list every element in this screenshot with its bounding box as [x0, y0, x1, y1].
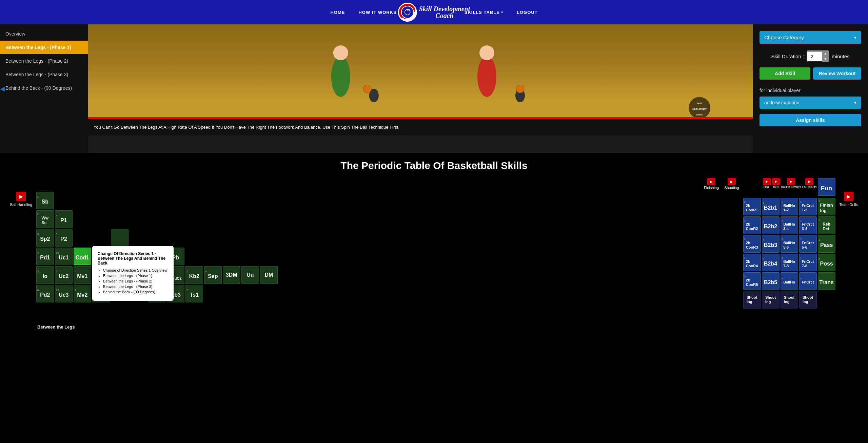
assign-skills-button[interactable]: Assign skills	[760, 114, 861, 126]
rg-fncrct34[interactable]: 2FnCrct3-4	[799, 216, 817, 234]
add-skill-button[interactable]: Add Skill	[760, 67, 810, 80]
cell-empty-r3c3	[74, 229, 91, 247]
rg-finishing[interactable]: 2FinishIng	[818, 198, 835, 215]
cell-cod1[interactable]: 1Cod1	[74, 248, 91, 265]
rg-ballhn78[interactable]: 4BallHn7-8	[781, 254, 798, 271]
skill-duration-unit: minutes	[832, 54, 850, 59]
cell-empty-r3c7	[148, 229, 166, 247]
cell-wwsc[interactable]: 2WwSc	[36, 210, 54, 228]
cell-uc2[interactable]: 11Uc2	[55, 266, 73, 284]
b2b-icon[interactable]: ▶	[772, 178, 780, 185]
tooltip-item-2[interactable]: Between the Legs - (Phase 2)	[103, 279, 168, 283]
ballhn-icon[interactable]: ▶	[787, 178, 795, 185]
navbar: HOME HOW IT WORKS SKILLS TABLE ▾ LOGOUT …	[0, 0, 868, 24]
tooltip-popup: Change Of Direction Series 1 - Between T…	[92, 246, 174, 301]
nav-home[interactable]: HOME	[330, 10, 345, 15]
cell-dm[interactable]: DM	[260, 266, 278, 284]
cell-mv1[interactable]: 2Mv1	[74, 266, 91, 284]
sidebar-item-1[interactable]: Between the Legs - (Phase 2)	[0, 54, 88, 68]
nav-logout[interactable]: LOGOUT	[517, 10, 538, 15]
rg-b2b4[interactable]: 4B2b4	[762, 254, 780, 271]
cell-p2[interactable]: 9P2	[55, 229, 73, 247]
video-progress-bar[interactable]	[88, 117, 753, 119]
rg-trans[interactable]: 6Trans	[818, 272, 835, 290]
cell-pd2[interactable]: 6Pd2	[36, 285, 54, 302]
sidebar-item-0[interactable]: Between the Legs - (Phase 1)	[0, 41, 88, 54]
rg-b2b1[interactable]: 1B2b1	[762, 198, 780, 215]
rg-fncrct12[interactable]: 1FnCrct1-2	[799, 198, 817, 215]
cell-empty-r1c2	[55, 192, 73, 209]
ball-handling-arrow[interactable]: ▶	[16, 192, 26, 201]
cell-ts1[interactable]: 7Ts1	[185, 285, 203, 302]
rg-b2b3[interactable]: 3B2b3	[762, 235, 780, 253]
rg-ballhn9[interactable]: 5BallHn	[781, 272, 798, 290]
cell-empty-r1c6	[130, 192, 147, 209]
rg-2bcoor3[interactable]: 22bCooR3	[743, 235, 761, 253]
tooltip-item-4[interactable]: Behind the Back - (90 Degrees)	[103, 290, 168, 294]
cell-empty-r4c13	[260, 248, 278, 265]
cell-r3c5[interactable]	[111, 229, 129, 247]
rg-poss[interactable]: 5Poss	[818, 254, 835, 271]
rg-shooting-r6c3[interactable]: Shooting	[781, 291, 798, 309]
bottom-label-row: Between the Legs	[10, 324, 858, 330]
rg-fncrct9[interactable]: 5FnCrct	[799, 272, 817, 290]
skill-duration-input[interactable]	[807, 51, 822, 61]
rg-ballhn12[interactable]: 1BallHn1-2	[781, 198, 798, 215]
cell-empty-r3c12	[241, 229, 259, 247]
video-thumbnail[interactable]: SKILL DEVELOPMENT COACH	[88, 24, 753, 119]
cell-uu[interactable]: Uu	[241, 266, 259, 284]
rg-shooting-r6c1[interactable]: Shooting	[743, 291, 761, 309]
review-workout-button[interactable]: Review Workout	[813, 67, 861, 80]
tooltip-item-3[interactable]: Between the Legs - (Phase 3)	[103, 284, 168, 289]
rg-2bcoor5[interactable]: 52bCooR5	[743, 272, 761, 290]
category-select[interactable]: Choose Category	[760, 31, 861, 44]
cell-mv2[interactable]: 3Mv2	[74, 285, 91, 302]
cell-uc3[interactable]: 12Uc3	[55, 285, 73, 302]
nav-how-it-works[interactable]: HOW IT WORKS	[358, 10, 396, 15]
team-drills-arrow[interactable]: ▶	[844, 192, 853, 201]
cell-empty-r6c10	[204, 285, 222, 302]
sidebar-item-2[interactable]: Between the Legs - (Phase 3)	[0, 68, 88, 81]
rg-b2b5[interactable]: 5B2b5	[762, 272, 780, 290]
cell-empty-r3c6	[130, 229, 147, 247]
rg-fncrct56[interactable]: 3FnCrct5-6	[799, 235, 817, 253]
rg-rebdef[interactable]: 3RebDef	[818, 216, 835, 234]
svg-text:COACH: COACH	[696, 114, 703, 116]
cell-kb2[interactable]: 2Kb2	[185, 266, 203, 284]
rg-fncrct78[interactable]: 4FnCrct7-8	[799, 254, 817, 271]
cell-sb[interactable]: 1Sb	[36, 192, 54, 209]
rg-b2b2[interactable]: 2B2b2	[762, 216, 780, 234]
rg-2bcoor4[interactable]: 42bCooR4	[743, 254, 761, 271]
cell-p1[interactable]: 8P1	[55, 210, 73, 228]
2ball-icon[interactable]: ▶	[763, 178, 771, 185]
sidebar-item-3[interactable]: Behind the Back - (90 Degrees)	[0, 81, 88, 95]
rg-pass[interactable]: 4Pass	[818, 235, 835, 253]
svg-point-5	[333, 45, 348, 60]
duration-down-button[interactable]: ▼	[822, 56, 829, 62]
cell-pd1[interactable]: 4Pd1	[36, 248, 54, 265]
cell-io[interactable]: 5Io	[36, 266, 54, 284]
duration-up-button[interactable]: ▲	[822, 51, 829, 56]
rg-shooting-r6c2[interactable]: Shooting	[762, 291, 780, 309]
cell-uc1[interactable]: 10Uc1	[55, 248, 73, 265]
rg-2bcoor2[interactable]: 22bCooR2	[743, 216, 761, 234]
skill-duration-label: Skill Duration :	[771, 54, 804, 59]
fun-cell[interactable]: 1 Fun	[818, 178, 835, 196]
sidebar-collapse-arrow[interactable]: ◀◀	[0, 85, 5, 92]
tooltip-item-0[interactable]: Change of Direction Series 1 Overview	[103, 268, 168, 272]
site-logo: 769 Skill Development Coach	[398, 3, 470, 22]
player-select[interactable]: andrew maiorino	[760, 97, 861, 109]
right-panel: Choose Category Skill Duration : ▲ ▼ min…	[753, 24, 868, 153]
tooltip-item-1[interactable]: Between the Legs - (Phase 1)	[103, 274, 168, 278]
finishing-label: Finishing	[704, 186, 719, 190]
cell-empty-r7c8	[167, 303, 184, 321]
fncircuits-icon[interactable]: ▶	[805, 178, 813, 185]
rg-ballhn56[interactable]: 3BallHn5-6	[781, 235, 798, 253]
rg-2bcoor1[interactable]: 22bCooR1	[743, 198, 761, 215]
cell-sp2[interactable]: 3Sp2	[36, 229, 54, 247]
rg-shooting-r6c4[interactable]: Shooting	[799, 291, 817, 309]
cell-3dm[interactable]: 3DM	[223, 266, 240, 284]
cell-sep[interactable]: 6Sep	[204, 266, 222, 284]
cell-empty-r1c10	[204, 192, 222, 209]
rg-ballhn34[interactable]: 2BallHn3-4	[781, 216, 798, 234]
